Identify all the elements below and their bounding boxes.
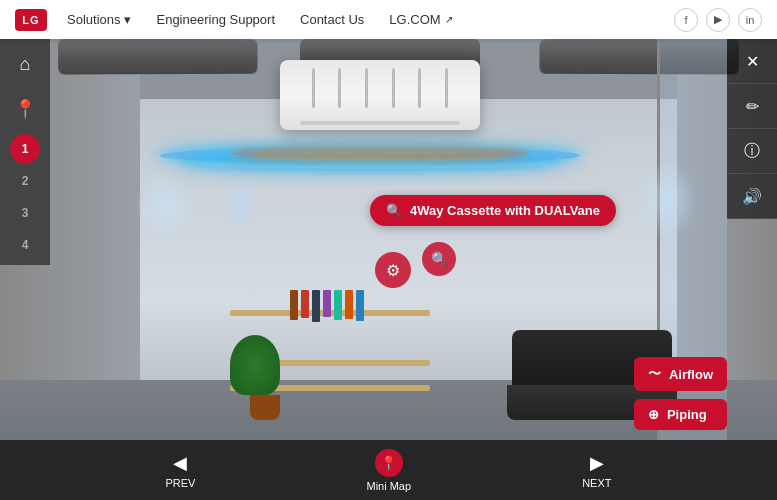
facebook-icon[interactable]: f [674, 8, 698, 32]
info-button[interactable]: ⓘ [727, 129, 777, 174]
plant [240, 335, 290, 420]
book [312, 290, 320, 322]
plant-leaves [230, 335, 280, 395]
piping-icon: ⊕ [648, 407, 659, 422]
orange-airflow-wave-2 [250, 152, 510, 158]
ac-vents [280, 60, 480, 116]
next-button[interactable]: ▶ NEXT [582, 452, 611, 489]
social-links: f ▶ in [674, 8, 762, 32]
books [290, 290, 364, 322]
nav-link-engineering-support[interactable]: Engineering Support [156, 12, 275, 27]
nav-links: Solutions ▾ Engineering Support Contact … [67, 12, 674, 27]
settings-icon: ⚙ [386, 261, 400, 280]
prev-icon: ◀ [173, 452, 187, 474]
edit-button[interactable]: ✏ [727, 84, 777, 129]
search-icon: 🔍 [431, 251, 448, 267]
youtube-icon[interactable]: ▶ [706, 8, 730, 32]
minimap-label: Mini Map [366, 480, 411, 492]
minimap-button[interactable]: 📍 Mini Map [366, 449, 411, 492]
location-icon: 📍 [14, 98, 36, 120]
airflow-icon: 〜 [648, 365, 661, 383]
blue-airflow-wave-2 [180, 157, 560, 169]
left-sidebar: ⌂ 📍 1 2 3 4 [0, 39, 50, 265]
step-1[interactable]: 1 [10, 134, 40, 164]
location-button[interactable]: 📍 [0, 89, 50, 129]
ac-vent [445, 68, 448, 108]
piping-label: Piping [667, 407, 707, 422]
ac-vent [338, 68, 341, 108]
step-3[interactable]: 3 [10, 198, 40, 228]
ac-unit [280, 60, 480, 130]
book [356, 290, 364, 321]
airflow-label: Airflow [669, 367, 713, 382]
book [323, 290, 331, 317]
airflow-button[interactable]: 〜 Airflow [634, 357, 727, 391]
mist-spray-right [637, 160, 697, 240]
piping-button[interactable]: ⊕ Piping [634, 399, 727, 430]
duct-pipe-left [58, 39, 257, 75]
book [334, 290, 342, 320]
mist-spray-left [135, 170, 195, 240]
small-search-button[interactable]: 🔍 [422, 242, 456, 276]
minimap-icon: 📍 [375, 449, 403, 477]
book [345, 290, 353, 319]
settings-button[interactable]: ⚙ [375, 252, 411, 288]
next-icon: ▶ [590, 452, 604, 474]
home-icon: ⌂ [20, 54, 31, 75]
info-icon: ⓘ [744, 141, 760, 162]
next-label: NEXT [582, 477, 611, 489]
ac-vent [365, 68, 368, 108]
product-label: 4Way Cassette with DUALVane [410, 203, 600, 218]
bottom-navigation: ◀ PREV 📍 Mini Map ▶ NEXT [0, 440, 777, 500]
sound-icon: 🔊 [742, 187, 762, 206]
ac-body [280, 60, 480, 130]
book [301, 290, 309, 318]
plant-pot [250, 395, 280, 420]
ac-vent [312, 68, 315, 108]
nav-link-solutions[interactable]: Solutions ▾ [67, 12, 131, 27]
step-2[interactable]: 2 [10, 166, 40, 196]
step-4[interactable]: 4 [10, 230, 40, 260]
ac-vent [418, 68, 421, 108]
nav-link-contact[interactable]: Contact Us [300, 12, 364, 27]
product-search-bubble[interactable]: 🔍 4Way Cassette with DUALVane [370, 195, 616, 226]
prev-button[interactable]: ◀ PREV [166, 452, 196, 489]
external-link-icon: ↗ [445, 14, 453, 25]
sound-button[interactable]: 🔊 [727, 174, 777, 219]
mist-spray-center [220, 175, 260, 230]
nav-link-lgcom[interactable]: LG.COM ↗ [389, 12, 452, 27]
home-button[interactable]: ⌂ [0, 39, 50, 89]
linkedin-icon[interactable]: in [738, 8, 762, 32]
ac-vent [392, 68, 395, 108]
edit-icon: ✏ [746, 97, 759, 116]
prev-label: PREV [166, 477, 196, 489]
float-buttons: 〜 Airflow ⊕ Piping [634, 357, 727, 430]
close-icon: ✕ [746, 52, 759, 71]
logo[interactable]: LG [15, 9, 47, 31]
close-button[interactable]: ✕ [727, 39, 777, 84]
lg-logo: LG [15, 9, 47, 31]
chevron-down-icon: ▾ [124, 12, 131, 27]
step-list: 1 2 3 4 [0, 129, 50, 265]
right-sidebar: ✕ ✏ ⓘ 🔊 [727, 39, 777, 219]
search-bubble-icon: 🔍 [386, 203, 402, 218]
book [290, 290, 298, 320]
navigation-bar: LG Solutions ▾ Engineering Support Conta… [0, 0, 777, 39]
